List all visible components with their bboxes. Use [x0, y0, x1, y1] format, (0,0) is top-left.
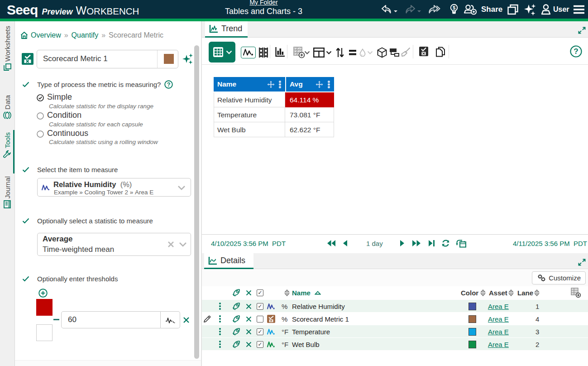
svg-text:?: ?: [574, 47, 578, 56]
svg-text:?: ?: [167, 82, 171, 88]
svg-text:$: $: [453, 5, 455, 10]
